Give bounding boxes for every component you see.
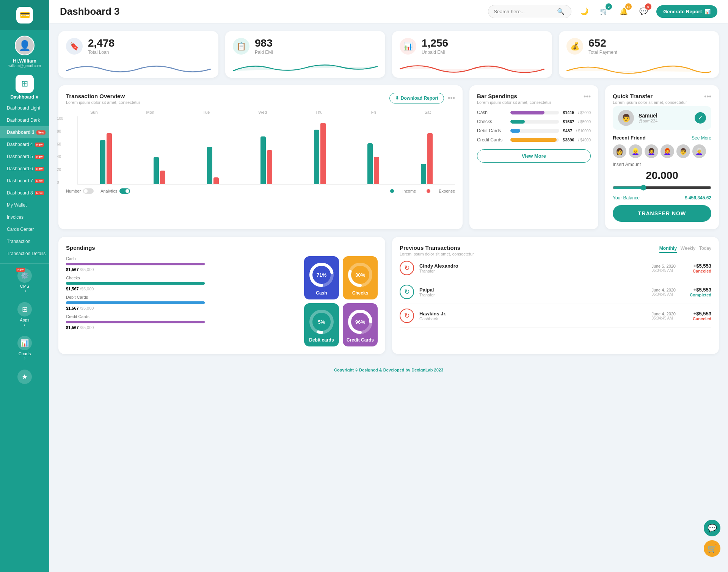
apps-icon: ⊞ [17,302,32,317]
spending-credit-bar [66,321,205,323]
expense-label: Expense [439,189,455,193]
spendings-row-debit: Debit Cards $487 / $10000 [477,128,591,133]
spendings-checks-max: / $5000 [578,120,591,124]
legend-number-toggle[interactable]: Number [66,188,94,194]
sidebar-item-dashboard7[interactable]: Dashboard 7 New [0,175,49,187]
legend-analytics-toggle[interactable]: Analytics [100,188,130,194]
tx-type: Transfer [419,269,646,273]
sidebar-item-label: Dashboard 3 [7,130,35,135]
search-box[interactable]: 🔍 [488,5,571,18]
bar-spendings-menu-btn[interactable]: ••• [584,93,591,101]
generate-report-btn[interactable]: Generate Report 📊 [656,5,717,18]
see-more-link[interactable]: See More [692,135,711,141]
spendings-cash-amount: $1415 [563,110,574,115]
donut-debit-label: Debit cards [309,337,334,343]
spending-cash-bar [66,263,205,265]
sidebar-item-dashboard6[interactable]: Dashboard 6 New [0,163,49,175]
tx-row-hawkins: ↻ Hawkins Jr. Cashback June 4, 2020 05:3… [400,304,711,328]
sidebar-item-label: Dashboard 8 [7,190,33,196]
bar-group [401,133,452,184]
sidebar-item-dashboard5[interactable]: Dashboard 5 New [0,150,49,163]
dashboard-dropdown[interactable]: Dashboard ∨ [10,94,39,100]
cart-btn[interactable]: 🛒 2 [597,5,611,18]
badge-new: New [36,130,46,135]
spending-checks-bar [66,282,205,285]
bar-spendings-title: Bar Spendings [477,93,551,99]
bar-red [427,133,433,184]
sidebar-item-dashboard3[interactable]: Dashboard 3 New [0,126,49,138]
unpaid-emi-icon: 📊 [400,38,416,55]
recent-friends-header: Recent Friend See More [613,135,711,141]
spendings-debit-bar [510,129,559,133]
charts-icon: 📊 [17,336,32,350]
total-loan-icon: 🔖 [66,38,83,55]
sidebar-item-cards-center[interactable]: Cards Center [0,223,49,235]
donut-card-credit[interactable]: 96% Credit Cards [343,303,378,346]
sidebar-item-dashboard4[interactable]: Dashboard 4 New [0,138,49,150]
spendings-debit-label: Debit Cards [477,128,507,133]
content-area: 🔖 2,478 Total Loan 📋 983 [49,23,728,387]
spending-checks-value: $1,567 /$5,000 [66,287,297,291]
sidebar-username: Hi,William [13,58,36,64]
quick-transfer-menu-btn[interactable]: ••• [704,93,711,101]
donut-checks-label: Checks [352,290,369,296]
amount-slider[interactable] [613,185,711,191]
fab-cart-btn[interactable]: 🛒 [704,540,720,557]
transfer-now-btn[interactable]: TRANSFER NOW [613,205,711,222]
spendings-row-checks: Checks $1567 / $5000 [477,119,591,124]
sidebar-item-favorites[interactable]: ★ [17,365,32,390]
notification-badge: 12 [625,3,632,10]
download-report-btn[interactable]: ⬇ Download Report [389,93,444,103]
friend-avatar-3[interactable]: 👩‍🦱 [645,144,658,158]
paid-emi-label: Paid EMI [255,50,273,55]
sidebar-item-apps[interactable]: ⊞ Apps › [17,298,32,331]
sidebar-item-cms[interactable]: ⚙️ CMS New › [17,264,32,298]
badge-new: New [35,143,44,147]
donut-card-debit[interactable]: 5% Debit cards [304,303,339,346]
sidebar-item-dashboard-dark[interactable]: Dashboard Dark [0,114,49,126]
bar-group [81,133,132,184]
sidebar-item-charts[interactable]: 📊 Charts › [17,331,32,365]
qt-handle: @sam224 [639,119,657,123]
search-input[interactable] [494,9,554,14]
fab-support-btn[interactable]: 💬 [704,520,720,536]
bar-teal [207,147,212,184]
spendings-cash-bar [510,111,559,114]
sidebar-item-mywallet[interactable]: My Wallet [0,199,49,211]
friend-avatar-6[interactable]: 👩‍🦳 [692,144,706,158]
notification-btn[interactable]: 🔔 12 [617,5,631,18]
quick-transfer-subtitle: Lorem ipsum dolor sit amet, consectetur [613,100,687,105]
transaction-overview-subtitle: Lorem ipsum dolor sit amet, consectetur [66,100,140,105]
sidebar-item-label: Dashboard 4 [7,142,33,147]
legend-number-label: Number [66,189,81,193]
sidebar-item-dashboard8[interactable]: Dashboard 8 New [0,187,49,199]
view-more-btn[interactable]: View More [477,149,591,163]
number-toggle-track[interactable] [83,188,94,194]
sidebar-user: 👤 Hi,William william@gmail.com [8,30,41,72]
analytics-toggle-track[interactable] [119,188,130,194]
friend-avatar-1[interactable]: 👩 [613,144,626,158]
tab-today[interactable]: Today [699,244,711,253]
badge-new: New [35,191,44,195]
tab-monthly[interactable]: Monthly [659,244,677,253]
sidebar-item-transaction-details[interactable]: Transaction Details [0,248,49,260]
friend-avatar-2[interactable]: 👱‍♀️ [629,144,642,158]
svg-text:71%: 71% [317,272,326,278]
donut-card-checks[interactable]: 30% Checks [343,256,378,299]
stat-card-unpaid-emi: 📊 1,256 Unpaid EMI [392,31,552,78]
transaction-menu-btn[interactable]: ••• [448,94,455,102]
donut-card-cash[interactable]: 71% Cash [304,256,339,299]
message-badge: 5 [645,3,651,10]
sidebar-item-dashboard-light[interactable]: Dashboard Light [0,102,49,114]
sidebar-item-invoices[interactable]: Invoices [0,211,49,223]
sidebar-item-transaction[interactable]: Transaction [0,235,49,248]
tab-weekly[interactable]: Weekly [681,244,695,253]
message-btn[interactable]: 💬 5 [637,5,650,18]
tx-date-cindy: June 5, 2020 05:34:45 AM [651,264,676,273]
friend-avatar-4[interactable]: 👩‍🦰 [661,144,674,158]
friend-avatar-5[interactable]: 👨 [676,144,690,158]
dashboard-home-btn[interactable]: ⊞ [16,75,34,93]
footer: Copyright © Designed & Developed by Dexi… [58,362,719,378]
total-loan-label: Total Loan [88,50,115,55]
theme-toggle-btn[interactable]: 🌙 [577,5,591,18]
